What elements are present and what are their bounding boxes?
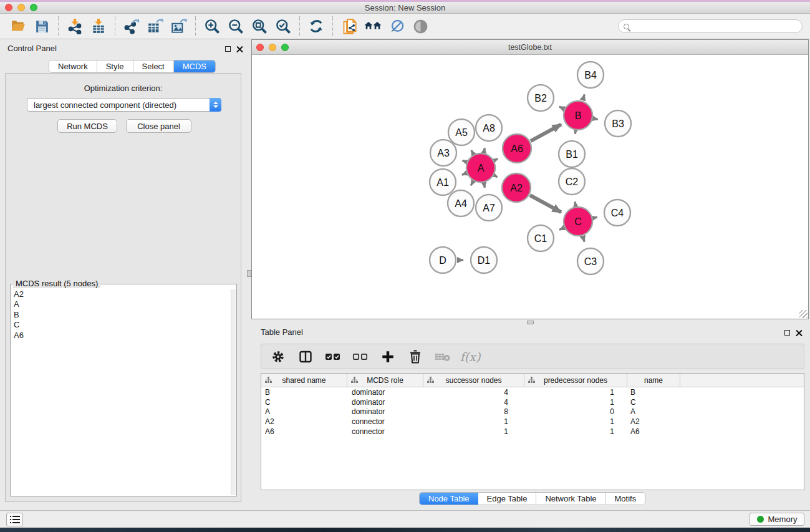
network-window-titlebar[interactable]: testGlobe.txt [252, 40, 808, 55]
edge-B-B1[interactable] [575, 131, 576, 134]
export-network-button[interactable] [120, 16, 143, 37]
tab-edge-table[interactable]: Edge Table [478, 493, 537, 505]
cell-predecessor-nodes[interactable]: 0 [524, 407, 627, 416]
export-image-button[interactable] [167, 16, 191, 37]
horizontal-splitter-handle[interactable] [527, 321, 534, 324]
delete-table-button[interactable] [433, 347, 452, 366]
minimize-network-button[interactable] [269, 44, 276, 51]
window-resize-grip[interactable] [799, 310, 808, 318]
edge-C-C2[interactable] [575, 202, 576, 206]
network-from-selection-button[interactable] [337, 16, 361, 37]
network-graph-canvas[interactable]: AA1A2A3A4A5A6A7A8BB1B2B3B4CC1C2C3C4DD1 [252, 55, 808, 319]
cell-predecessor-nodes[interactable]: 1 [524, 427, 627, 436]
run-mcds-button[interactable]: Run MCDS [57, 119, 117, 133]
edge-A-A4[interactable] [471, 181, 473, 185]
function-builder-button[interactable]: f(x) [461, 347, 480, 366]
cell-successor-nodes[interactable]: 4 [423, 398, 524, 407]
edge-B-B3[interactable] [594, 118, 598, 119]
edge-B-B4[interactable] [582, 95, 584, 101]
tab-motifs[interactable]: Motifs [606, 493, 645, 505]
zoom-window-button[interactable] [30, 4, 37, 11]
search-input[interactable] [632, 22, 797, 31]
edge-A-A3[interactable] [463, 160, 466, 162]
criterion-dropdown[interactable]: largest connected component (directed) [27, 98, 221, 112]
tab-node-table[interactable]: Node Table [420, 493, 478, 505]
tab-network[interactable]: Network [49, 60, 97, 72]
deselect-all-button[interactable] [351, 347, 370, 366]
zoom-fit-button[interactable] [248, 16, 271, 37]
result-item-a2[interactable]: A2 [14, 289, 230, 299]
cell-name[interactable]: B [627, 388, 680, 397]
import-table-button[interactable] [87, 16, 110, 37]
table-row-a[interactable]: Adominator80A [261, 407, 804, 417]
close-panel-icon[interactable] [236, 46, 243, 52]
cell-mcds-role[interactable]: dominator [347, 407, 423, 416]
tab-mcds[interactable]: MCDS [174, 60, 215, 72]
column-header-mcds-role[interactable]: MCDS role [347, 374, 423, 387]
float-panel-icon[interactable] [225, 46, 231, 52]
zoom-network-button[interactable] [281, 44, 289, 51]
import-network-button[interactable] [63, 16, 87, 37]
save-session-button[interactable] [30, 16, 54, 37]
cell-successor-nodes[interactable]: 8 [423, 407, 524, 416]
tab-style[interactable]: Style [97, 60, 133, 72]
edge-A-A2[interactable] [494, 175, 498, 177]
cell-name[interactable]: A2 [627, 417, 680, 426]
edge-A-A6[interactable] [494, 159, 498, 161]
zoom-selected-button[interactable] [271, 16, 295, 37]
table-row-b[interactable]: Bdominator41B [261, 387, 804, 397]
cell-successor-nodes[interactable]: 1 [423, 427, 524, 436]
table-settings-button[interactable] [269, 347, 287, 366]
edge-A-A5[interactable] [471, 150, 473, 154]
hide-details-button[interactable] [385, 16, 408, 37]
edge-C-C1[interactable] [559, 228, 564, 230]
zoom-out-button[interactable] [224, 16, 248, 37]
memory-button[interactable]: Memory [750, 513, 804, 526]
tab-select[interactable]: Select [133, 60, 174, 72]
close-network-button[interactable] [256, 44, 264, 51]
cell-successor-nodes[interactable]: 4 [423, 388, 524, 397]
cell-mcds-role[interactable]: connector [347, 417, 423, 426]
close-table-panel-icon[interactable] [796, 329, 803, 336]
cell-name[interactable]: C [627, 398, 680, 407]
edge-A-A1[interactable] [462, 173, 466, 175]
edge-A-A7[interactable] [484, 183, 485, 188]
edge-C-C3[interactable] [583, 236, 585, 242]
table-row-a2[interactable]: A2connector11A2 [261, 417, 804, 427]
result-item-c[interactable]: C [14, 320, 230, 330]
edge-C-C4[interactable] [593, 217, 597, 218]
edge-A-A8[interactable] [484, 148, 485, 152]
show-columns-button[interactable] [296, 347, 315, 366]
cell-shared-name[interactable]: B [261, 388, 347, 397]
table-row-a6[interactable]: A6connector11A6 [261, 427, 804, 437]
cell-name[interactable]: A [627, 407, 680, 416]
column-header-name[interactable]: name [627, 374, 680, 387]
delete-columns-button[interactable] [406, 347, 425, 366]
close-window-button[interactable] [5, 4, 12, 11]
edge-B-B2[interactable] [559, 107, 564, 109]
show-panels-button[interactable] [6, 513, 23, 526]
close-panel-button[interactable]: Close panel [126, 119, 191, 133]
edge-A6-B[interactable] [531, 125, 561, 141]
cell-successor-nodes[interactable]: 1 [423, 417, 524, 426]
export-table-button[interactable] [143, 16, 167, 37]
cell-mcds-role[interactable]: connector [347, 427, 423, 436]
cell-shared-name[interactable]: A6 [261, 427, 347, 436]
result-item-a6[interactable]: A6 [14, 331, 230, 341]
column-header-shared-name[interactable]: shared name [261, 374, 347, 387]
cell-shared-name[interactable]: C [261, 398, 347, 407]
open-session-button[interactable] [6, 16, 30, 37]
cell-mcds-role[interactable]: dominator [347, 388, 423, 397]
edge-A2-C[interactable] [530, 195, 561, 212]
float-table-panel-icon[interactable] [784, 330, 790, 336]
result-scrollbar[interactable] [231, 289, 236, 495]
zoom-in-button[interactable] [200, 16, 224, 37]
minimize-window-button[interactable] [17, 4, 25, 11]
select-all-button[interactable] [324, 347, 342, 366]
create-column-button[interactable] [378, 347, 397, 366]
show-all-windows-button[interactable] [361, 16, 385, 37]
result-item-a[interactable]: A [14, 299, 230, 309]
cell-predecessor-nodes[interactable]: 1 [524, 417, 627, 426]
column-header-successor-nodes[interactable]: successor nodes [423, 374, 524, 387]
cell-predecessor-nodes[interactable]: 1 [524, 388, 627, 397]
